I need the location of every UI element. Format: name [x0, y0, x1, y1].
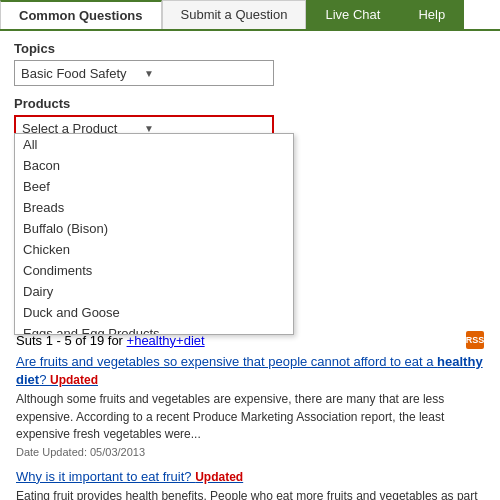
dropdown-item-breads[interactable]: Breads	[15, 197, 293, 218]
dropdown-item-all[interactable]: All	[15, 134, 293, 155]
products-label: Products	[14, 96, 486, 111]
topics-arrow-icon: ▼	[144, 68, 267, 79]
article-1-summary: Although some fruits and vegetables are …	[16, 391, 484, 443]
article-item-2: Why is it important to eat fruit? Update…	[16, 468, 484, 500]
article-1-title[interactable]: Are fruits and vegetables so expensive t…	[16, 353, 484, 389]
products-dropdown-list: All Bacon Beef Breads Buffalo (Bison) Ch…	[15, 134, 293, 334]
topics-label: Topics	[14, 41, 486, 56]
dropdown-item-dairy[interactable]: Dairy	[15, 281, 293, 302]
tab-live-chat[interactable]: Live Chat	[306, 0, 399, 29]
dropdown-item-beef[interactable]: Beef	[15, 176, 293, 197]
article-2-summary: Eating fruit provides health benefits. P…	[16, 488, 484, 500]
article-2-badge: Updated	[195, 470, 243, 484]
article-item-1: Are fruits and vegetables so expensive t…	[16, 353, 484, 458]
tab-common-questions[interactable]: Common Questions	[0, 0, 162, 29]
dropdown-item-condiments[interactable]: Condiments	[15, 260, 293, 281]
tab-help[interactable]: Help	[399, 0, 464, 29]
dropdown-item-chicken[interactable]: Chicken	[15, 239, 293, 260]
results-section: Suts 1 - 5 of 19 for +healthy+diet RSS A…	[14, 331, 486, 500]
topics-selected-value: Basic Food Safety	[21, 66, 144, 81]
rss-icon[interactable]: RSS	[466, 331, 484, 349]
products-arrow-icon: ▼	[144, 123, 266, 134]
article-1-badge: Updated	[50, 373, 98, 387]
dropdown-item-eggs[interactable]: Eggs and Egg Products	[15, 323, 293, 334]
main-content: Topics Basic Food Safety ▼ Products Sele…	[0, 31, 500, 500]
topics-select[interactable]: Basic Food Safety ▼	[14, 60, 274, 86]
products-dropdown: All Bacon Beef Breads Buffalo (Bison) Ch…	[14, 133, 294, 335]
top-navigation: Common Questions Submit a Question Live …	[0, 0, 500, 31]
article-2-title[interactable]: Why is it important to eat fruit? Update…	[16, 468, 484, 486]
dropdown-item-duck[interactable]: Duck and Goose	[15, 302, 293, 323]
tab-submit-question[interactable]: Submit a Question	[162, 0, 307, 29]
article-1-date: Date Updated: 05/03/2013	[16, 446, 484, 458]
dropdown-item-buffalo[interactable]: Buffalo (Bison)	[15, 218, 293, 239]
dropdown-item-bacon[interactable]: Bacon	[15, 155, 293, 176]
